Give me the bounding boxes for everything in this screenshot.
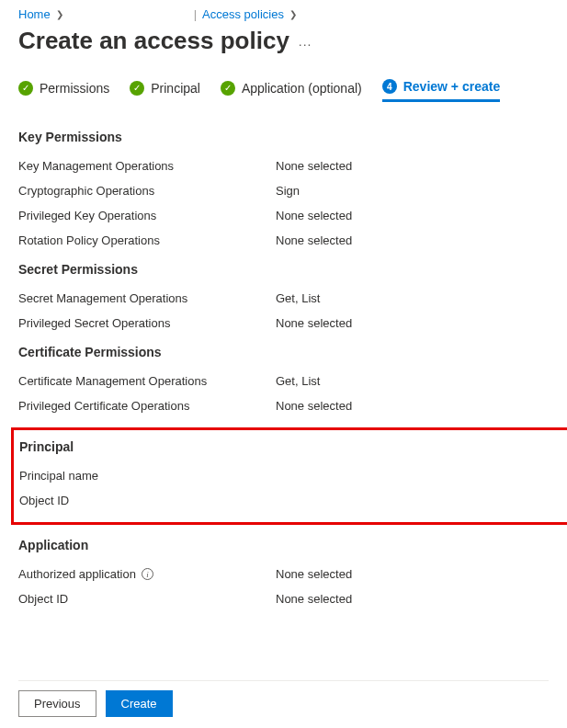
chevron-right-icon: ❯ [289, 9, 297, 19]
row-value: None selected [276, 209, 352, 222]
tab-label: Principal [151, 81, 200, 96]
section-principal: Principal [19, 439, 567, 454]
row-value: None selected [276, 159, 352, 173]
tab-label: Application (optional) [242, 81, 362, 96]
table-row: Authorized application i None selected [18, 567, 549, 581]
wizard-tabs: ✓ Permissions ✓ Principal ✓ Application … [18, 79, 549, 102]
table-row: Certificate Management Operations Get, L… [18, 374, 549, 388]
table-row: Object ID [19, 494, 567, 507]
row-label-text: Authorized application [18, 567, 136, 581]
row-value: Get, List [276, 374, 320, 388]
row-value: Get, List [276, 291, 320, 305]
tab-principal[interactable]: ✓ Principal [130, 81, 200, 101]
check-icon: ✓ [130, 81, 144, 96]
table-row: Key Management Operations None selected [18, 159, 549, 173]
row-label: Privileged Certificate Operations [18, 399, 276, 413]
footer-bar: Previous Create [18, 680, 549, 717]
row-value: None selected [276, 567, 352, 581]
previous-button[interactable]: Previous [18, 690, 96, 717]
section-key-permissions: Key Permissions [18, 130, 549, 144]
tab-permissions[interactable]: ✓ Permissions [18, 81, 109, 101]
info-icon[interactable]: i [142, 568, 153, 580]
separator-icon: | [194, 7, 197, 21]
row-value: None selected [276, 399, 352, 413]
table-row: Secret Management Operations Get, List [18, 291, 549, 305]
table-row: Object ID None selected [18, 592, 549, 606]
table-row: Privileged Secret Operations None select… [18, 316, 549, 330]
row-label: Privileged Key Operations [18, 209, 276, 222]
row-value: None selected [276, 592, 352, 606]
row-value: None selected [276, 316, 352, 330]
row-label: Rotation Policy Operations [18, 233, 276, 247]
check-icon: ✓ [221, 81, 235, 96]
row-value: Sign [276, 184, 300, 198]
page-title-row: Create an access policy ··· [18, 27, 549, 55]
create-button[interactable]: Create [106, 690, 173, 717]
section-application: Application [18, 538, 549, 552]
principal-highlight-box: Principal Principal name Object ID [11, 427, 567, 525]
tab-review-create[interactable]: 4 Review + create [382, 79, 500, 102]
row-label: Object ID [18, 592, 276, 606]
row-label: Principal name [19, 469, 277, 483]
row-value: None selected [276, 233, 352, 247]
table-row: Rotation Policy Operations None selected [18, 233, 549, 247]
breadcrumb: Home ❯ | Access policies ❯ [18, 7, 549, 21]
section-secret-permissions: Secret Permissions [18, 262, 549, 277]
step-number-icon: 4 [382, 79, 397, 94]
row-label: Certificate Management Operations [18, 374, 276, 388]
row-label: Secret Management Operations [18, 291, 276, 305]
row-label: Key Management Operations [18, 159, 276, 173]
table-row: Privileged Key Operations None selected [18, 209, 549, 222]
tab-label: Review + create [403, 79, 500, 94]
breadcrumb-home[interactable]: Home [18, 7, 51, 21]
row-label: Privileged Secret Operations [18, 316, 276, 330]
row-label: Authorized application i [18, 567, 276, 581]
section-certificate-permissions: Certificate Permissions [18, 345, 549, 359]
more-icon[interactable]: ··· [299, 31, 312, 51]
tab-label: Permissions [40, 81, 109, 96]
page-title: Create an access policy [18, 27, 289, 55]
tab-application[interactable]: ✓ Application (optional) [221, 81, 362, 101]
table-row: Cryptographic Operations Sign [18, 184, 549, 198]
breadcrumb-access-policies[interactable]: Access policies [202, 7, 284, 21]
chevron-right-icon: ❯ [56, 9, 63, 19]
row-label: Object ID [19, 494, 277, 507]
table-row: Privileged Certificate Operations None s… [18, 399, 549, 413]
check-icon: ✓ [18, 81, 33, 96]
row-label: Cryptographic Operations [18, 184, 276, 198]
table-row: Principal name [19, 469, 567, 483]
